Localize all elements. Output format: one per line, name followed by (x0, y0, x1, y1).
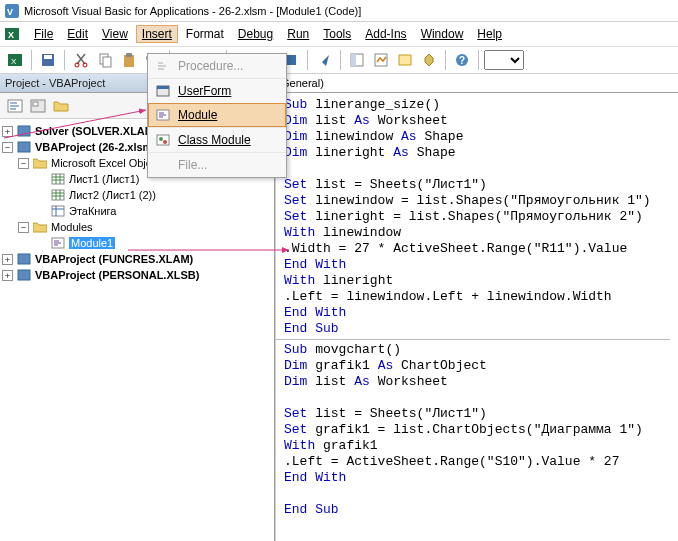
titlebar: V Microsoft Visual Basic for Application… (0, 0, 678, 22)
worksheet-icon (50, 172, 66, 186)
svg-rect-56 (157, 86, 169, 89)
tree-thisworkbook[interactable]: ЭтаКнига (2, 203, 272, 219)
separator (478, 50, 479, 70)
svg-text:?: ? (459, 55, 465, 66)
class-module-icon (154, 132, 172, 148)
dropdown-module[interactable]: Module (148, 103, 286, 127)
code-pane: General) Sub linerange_size() Dim list A… (275, 74, 678, 541)
svg-rect-7 (44, 55, 52, 59)
tree-personal[interactable]: +VBAProject (PERSONAL.XLSB) (2, 267, 272, 283)
project-explorer-button[interactable] (346, 49, 368, 71)
object-dropdown[interactable]: General) (275, 74, 678, 93)
object-browser-button[interactable] (394, 49, 416, 71)
menu-file[interactable]: File (28, 25, 59, 43)
menu-help[interactable]: Help (471, 25, 508, 43)
separator (31, 50, 32, 70)
collapse-icon[interactable]: − (2, 142, 13, 153)
dropdown-userform[interactable]: UserForm (148, 78, 286, 103)
workbook-icon (50, 204, 66, 218)
app-icon: V (4, 3, 20, 19)
svg-text:X: X (8, 30, 14, 40)
view-excel-button[interactable]: X (4, 49, 26, 71)
separator (445, 50, 446, 70)
design-mode-button[interactable] (313, 49, 335, 71)
svg-text:X: X (11, 57, 17, 66)
svg-point-63 (163, 140, 167, 144)
properties-button[interactable] (370, 49, 392, 71)
menu-run[interactable]: Run (281, 25, 315, 43)
project-icon (16, 140, 32, 154)
svg-rect-22 (399, 55, 411, 65)
help-button[interactable]: ? (451, 49, 473, 71)
procedure-icon (154, 58, 172, 74)
svg-rect-43 (52, 206, 64, 216)
tree-modules[interactable]: −Modules (2, 219, 272, 235)
svg-rect-50 (18, 254, 30, 264)
project-icon (16, 124, 32, 138)
toggle-folders-button[interactable] (51, 96, 71, 116)
tree-funcres[interactable]: +VBAProject (FUNCRES.XLAM) (2, 251, 272, 267)
menu-debug[interactable]: Debug (232, 25, 279, 43)
svg-rect-13 (126, 53, 132, 57)
cut-button[interactable] (70, 49, 92, 71)
worksheet-icon (50, 188, 66, 202)
dropdown-file: File... (148, 152, 286, 177)
collapse-icon[interactable]: − (18, 158, 29, 169)
menu-format[interactable]: Format (180, 25, 230, 43)
menu-window[interactable]: Window (415, 25, 470, 43)
svg-rect-32 (18, 142, 30, 152)
menu-edit[interactable]: Edit (61, 25, 94, 43)
menu-insert[interactable]: Insert (136, 25, 178, 43)
tree-module1[interactable]: Module1 (2, 235, 272, 251)
toolbar: X ? (0, 46, 678, 74)
module-icon (50, 236, 66, 250)
svg-rect-61 (157, 135, 169, 145)
toolbox-button[interactable] (418, 49, 440, 71)
module-icon (154, 107, 172, 123)
position-box[interactable] (484, 50, 524, 70)
project-icon (16, 268, 32, 282)
menu-tools[interactable]: Tools (317, 25, 357, 43)
svg-text:V: V (7, 7, 13, 17)
dropdown-classmodule[interactable]: Class Module (148, 127, 286, 152)
view-object-button[interactable] (28, 96, 48, 116)
expand-icon[interactable]: + (2, 126, 13, 137)
code-editor[interactable]: Sub linerange_size() Dim list As Workshe… (275, 93, 678, 541)
paste-button[interactable] (118, 49, 140, 71)
collapse-icon[interactable]: − (18, 222, 29, 233)
project-tree[interactable]: +Solver (SOLVER.XLAM) −VBAProject (26-2.… (0, 119, 274, 541)
folder-open-icon (32, 156, 48, 170)
svg-rect-51 (18, 270, 30, 280)
expand-icon[interactable]: + (2, 270, 13, 281)
expand-icon[interactable]: + (2, 254, 13, 265)
separator (64, 50, 65, 70)
folder-open-icon (32, 220, 48, 234)
file-icon (154, 157, 172, 173)
tree-sheet2[interactable]: Лист2 (Лист1 (2)) (2, 187, 272, 203)
copy-button[interactable] (94, 49, 116, 71)
svg-point-62 (159, 137, 163, 141)
workspace: Project - VBAProject +Solver (SOLVER.XLA… (0, 74, 678, 541)
svg-rect-11 (103, 57, 111, 67)
project-icon (16, 252, 32, 266)
menubar: X File Edit View Insert Format Debug Run… (0, 22, 678, 46)
menu-addins[interactable]: Add-Ins (359, 25, 412, 43)
menu-view[interactable]: View (96, 25, 134, 43)
svg-rect-33 (52, 174, 64, 184)
svg-rect-30 (33, 102, 38, 106)
svg-rect-18 (286, 55, 296, 65)
insert-dropdown: Procedure... UserForm Module Class Modul… (147, 53, 287, 178)
view-code-button[interactable] (5, 96, 25, 116)
dropdown-procedure: Procedure... (148, 54, 286, 78)
window-title: Microsoft Visual Basic for Applications … (24, 5, 361, 17)
svg-rect-20 (351, 54, 356, 66)
userform-icon (154, 83, 172, 99)
separator (307, 50, 308, 70)
svg-rect-31 (18, 126, 30, 136)
svg-rect-38 (52, 190, 64, 200)
separator (340, 50, 341, 70)
save-button[interactable] (37, 49, 59, 71)
excel-icon[interactable]: X (4, 26, 20, 42)
